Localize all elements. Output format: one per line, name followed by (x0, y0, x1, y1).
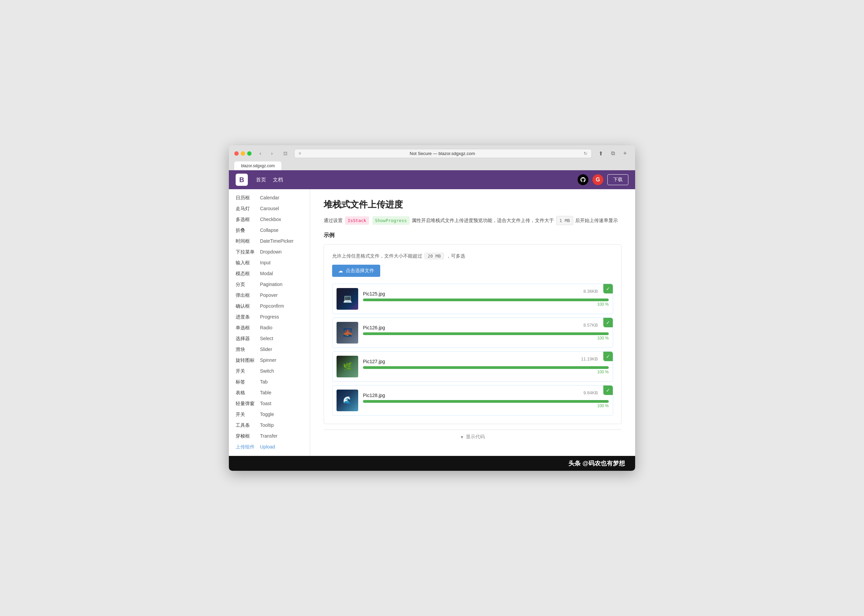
sidebar-item-datetimepicker[interactable]: 时间框 DateTimePicker (229, 236, 310, 247)
add-tab-button[interactable]: ⧉ (608, 149, 617, 158)
progress-bar-fill-2 (363, 332, 609, 335)
share-button[interactable]: ⬆ (596, 149, 605, 158)
progress-bar-wrap-3 (363, 366, 609, 369)
app-body: 日历框 Calendar 走马灯 Carousel 多选框 Checkbox 折… (229, 189, 635, 456)
app-container: B 首页 文档 G 下载 日历框 Calendar (229, 170, 635, 471)
progress-bar-fill-3 (363, 366, 609, 369)
sidebar-item-dropdown[interactable]: 下拉菜单 Dropdown (229, 247, 310, 258)
upload-button[interactable]: ☁ 点击选择文件 (332, 265, 380, 277)
check-badge-2: ✓ (603, 318, 613, 327)
traffic-lights (234, 151, 252, 156)
active-tab[interactable]: blazor.sdgxgz.com (234, 162, 281, 170)
refresh-icon[interactable]: ↻ (584, 151, 587, 156)
sidebar-item-slider[interactable]: 滑块 Slider (229, 344, 310, 355)
sidebar-item-select[interactable]: 选择器 Select (229, 333, 310, 344)
sidebar-item-pagination[interactable]: 分页 Pagination (229, 279, 310, 290)
fullscreen-button[interactable] (247, 151, 252, 156)
sidebar-item-carousel[interactable]: 走马灯 Carousel (229, 203, 310, 214)
nav-docs[interactable]: 文档 (273, 177, 283, 183)
browser-chrome: ‹ › ⊡ ≡ Not Secure — blazor.sdgxgz.com ↻… (229, 145, 635, 170)
url-text: Not Secure — blazor.sdgxgz.com (304, 151, 581, 156)
watermark: 头条 @码农也有梦想 (229, 456, 635, 471)
toolbar-right: ⬆ ⧉ + (596, 149, 630, 158)
file-name-2: Pic126.jpg (363, 325, 609, 330)
demo-description: 允许上传任意格式文件，文件大小不能超过 20 MB ，可多选 (332, 253, 613, 259)
file-info-4: Pic128.jpg 100 % (363, 393, 609, 408)
sidebar-item-spinner[interactable]: 旋转图标 Spinner (229, 355, 310, 366)
chevron-down-icon: ▾ (461, 434, 463, 440)
showprogress-tag: ShowProgress (372, 216, 410, 225)
sidebar-item-radio[interactable]: 单选框 Radio (229, 322, 310, 333)
file-name-4: Pic128.jpg (363, 393, 609, 398)
sidebar-item-toggle[interactable]: 开关 Toggle (229, 409, 310, 420)
file-name-1: Pic125.jpg (363, 291, 609, 297)
sidebar-item-popover[interactable]: 弹出框 Popover (229, 290, 310, 301)
max-size-tag: 20 MB (425, 253, 444, 259)
close-button[interactable] (234, 151, 239, 156)
sidebar-item-modal[interactable]: 模态框 Modal (229, 269, 310, 279)
file-info-3: Pic127.jpg 100 % (363, 359, 609, 374)
app-nav: 首页 文档 (256, 177, 283, 183)
file-item: 💻 Pic125.jpg 100 % 8.36KB ✓ (332, 284, 613, 314)
sidebar-item-popconfirm[interactable]: 确认框 Popconfirm (229, 301, 310, 312)
sidebar: 日历框 Calendar 走马灯 Carousel 多选框 Checkbox 折… (229, 189, 310, 456)
isstack-tag: IsStack (345, 216, 369, 225)
sidebar-item-transfer[interactable]: 穿梭框 Transfer (229, 431, 310, 442)
minimize-button[interactable] (241, 151, 245, 156)
download-button[interactable]: 下载 (607, 174, 628, 185)
sidebar-item-toast[interactable]: 轻量弹窗 Toast (229, 398, 310, 409)
progress-pct-4: 100 % (363, 404, 609, 408)
progress-pct-2: 100 % (363, 336, 609, 341)
file-info-2: Pic126.jpg 100 % (363, 325, 609, 341)
nav-home[interactable]: 首页 (256, 177, 266, 183)
browser-tabs: blazor.sdgxgz.com (234, 162, 630, 170)
file-size-2: 8.57KB (583, 322, 598, 328)
sidebar-item-upload[interactable]: 上传组件 Upload (229, 442, 310, 453)
app-logo: B (236, 174, 248, 186)
file-item-3: 🌿 Pic127.jpg 100 % 11.19KB ✓ (332, 351, 613, 382)
file-thumbnail-1: 💻 (337, 288, 358, 310)
upload-btn-label: 点击选择文件 (346, 268, 374, 274)
sidebar-item-calendar[interactable]: 日历框 Calendar (229, 193, 310, 203)
nav-buttons: ‹ › (256, 149, 277, 158)
progress-pct-1: 100 % (363, 302, 609, 306)
show-code-bar[interactable]: ▾ 显示代码 (324, 429, 622, 444)
file-size-3: 11.19KB (581, 357, 598, 361)
progress-bar-fill-4 (363, 400, 609, 403)
file-size-4: 9.84KB (583, 390, 598, 395)
sidebar-item-table[interactable]: 表格 Table (229, 388, 310, 398)
address-bar: ≡ Not Secure — blazor.sdgxgz.com ↻ (294, 149, 592, 158)
demo-box: 允许上传任意格式文件，文件大小不能超过 20 MB ，可多选 ☁ 点击选择文件 … (324, 244, 622, 424)
sidebar-item-progress[interactable]: 进度条 Progress (229, 312, 310, 322)
sidebar-item-input[interactable]: 输入框 Input (229, 258, 310, 269)
progress-pct-3: 100 % (363, 369, 609, 374)
progress-bar-fill-1 (363, 299, 609, 301)
size-limit-tag: 1 MB (556, 216, 573, 225)
forward-button[interactable]: › (267, 149, 277, 158)
sidebar-item-tooltip[interactable]: 工具条 Tooltip (229, 420, 310, 431)
sidebar-item-checkbox[interactable]: 多选框 Checkbox (229, 214, 310, 225)
github-icon[interactable] (578, 174, 589, 185)
g-icon[interactable]: G (592, 174, 603, 185)
file-list: 💻 Pic125.jpg 100 % 8.36KB ✓ (332, 284, 613, 416)
sidebar-item-switch[interactable]: 开关 Switch (229, 366, 310, 377)
header-right: G 下载 (578, 174, 628, 185)
sidebar-item-tab[interactable]: 标签 Tab (229, 377, 310, 388)
file-name-3: Pic127.jpg (363, 359, 609, 364)
check-badge-4: ✓ (603, 385, 613, 395)
description: 通过设置 IsStack ShowProgress 属性开启堆栈式文件上传进度预… (324, 216, 622, 225)
page-title: 堆栈式文件上传进度 (324, 199, 622, 211)
main-content: 堆栈式文件上传进度 通过设置 IsStack ShowProgress 属性开启… (310, 189, 635, 456)
file-thumbnail-2: 🌉 (337, 322, 358, 344)
sidebar-toggle-button[interactable]: ⊡ (281, 149, 290, 158)
progress-bar-wrap-2 (363, 332, 609, 335)
app-header: B 首页 文档 G 下载 (229, 170, 635, 189)
browser-window: ‹ › ⊡ ≡ Not Secure — blazor.sdgxgz.com ↻… (229, 145, 635, 471)
file-thumbnail-4: 🌊 (337, 390, 358, 411)
new-tab-button[interactable]: + (620, 149, 630, 158)
back-button[interactable]: ‹ (256, 149, 265, 158)
file-thumbnail-3: 🌿 (337, 356, 358, 377)
sidebar-item-collapse[interactable]: 折叠 Collapse (229, 225, 310, 236)
file-item-4: 🌊 Pic128.jpg 100 % 9.84KB ✓ (332, 385, 613, 416)
progress-bar-wrap-4 (363, 400, 609, 403)
